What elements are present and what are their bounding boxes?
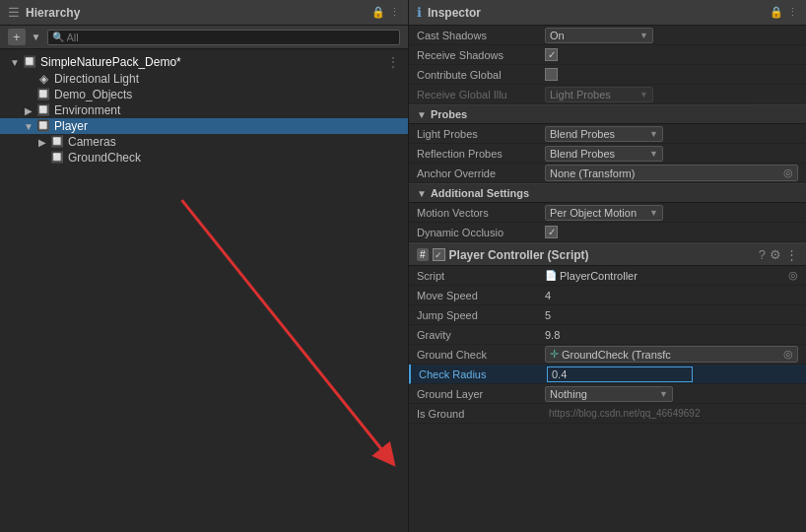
inspector-lock-icon[interactable]: 🔒	[770, 6, 783, 19]
hierarchy-lock-icon[interactable]: 🔒	[371, 6, 385, 19]
prop-is-ground: Is Ground https://blog.csdn.net/qq_46649…	[409, 404, 806, 424]
script-ref: 📄 PlayerController	[545, 270, 784, 282]
component-menu-icon[interactable]: ⋮	[785, 247, 798, 262]
tree-label-demo-objects: Demo_Objects	[54, 88, 132, 101]
cast-shadows-dropdown[interactable]: On ▼	[545, 28, 653, 43]
script-label: Script	[417, 270, 545, 282]
cast-shadows-value: On ▼	[545, 28, 798, 43]
cast-shadows-arrow-icon: ▼	[639, 31, 648, 40]
prop-ground-layer: Ground Layer Nothing ▼	[409, 384, 806, 404]
tree-arrow-cameras: ▶	[35, 137, 49, 148]
hierarchy-panel: ☰ Hierarchy 🔒 ⋮ + ▼ 🔍 ▼ 🔲 SimpleNaturePa…	[0, 0, 409, 532]
dropdown-arrow-btn[interactable]: ▼	[32, 32, 41, 42]
receive-shadows-label: Receive Shadows	[417, 49, 545, 61]
ground-check-label: Ground Check	[417, 349, 545, 361]
anchor-override-dot-icon: ◎	[783, 166, 793, 179]
prop-contribute-global: Contribute Global	[409, 65, 806, 85]
prop-dynamic-occlusion: Dynamic Occlusio ✓	[409, 223, 806, 242]
additional-settings-title: Additional Settings	[431, 187, 529, 199]
tree-label-player: Player	[54, 119, 88, 133]
dynamic-occlusion-checkbox[interactable]: ✓	[545, 226, 558, 238]
tree-item-groundcheck[interactable]: 🔲 GroundCheck	[0, 150, 408, 166]
prop-check-radius: Check Radius	[409, 365, 806, 384]
tree-label-simplenaturepack: SimpleNaturePack_Demo*	[40, 55, 181, 69]
gameobject-icon-cameras: 🔲	[49, 135, 65, 149]
gameobject-icon-player: 🔲	[35, 119, 51, 133]
prop-light-probes: Light Probes Blend Probes ▼	[409, 124, 806, 144]
prop-receive-shadows: Receive Shadows ✓	[409, 45, 806, 65]
prop-anchor-override: Anchor Override None (Transform) ◎	[409, 164, 806, 183]
motion-vectors-arrow-icon: ▼	[649, 208, 658, 218]
gameobject-icon-env: 🔲	[35, 103, 51, 117]
ground-layer-dropdown[interactable]: Nothing ▼	[545, 386, 673, 402]
tree-item-player[interactable]: ▼ 🔲 Player	[0, 118, 408, 134]
tree-arrow-env: ▶	[22, 105, 35, 116]
tree-item-environment[interactable]: ▶ 🔲 Environment	[0, 102, 408, 118]
component-help-icon[interactable]: ?	[759, 247, 766, 262]
move-speed-label: Move Speed	[417, 290, 545, 301]
tree-arrow-player: ▼	[22, 121, 35, 132]
prop-script: Script 📄 PlayerController ◎	[409, 266, 806, 286]
add-button[interactable]: +	[8, 29, 26, 45]
contribute-global-label: Contribute Global	[417, 69, 545, 81]
receive-global-arrow-icon: ▼	[639, 90, 648, 100]
tree-label-directional-light: Directional Light	[54, 72, 139, 86]
additional-settings-header[interactable]: ▼ Additional Settings	[409, 183, 806, 203]
hierarchy-menu-icon[interactable]: ☰	[8, 5, 20, 20]
anchor-override-ref[interactable]: None (Transform) ◎	[545, 165, 798, 181]
prop-ground-check: Ground Check ✛ GroundCheck (Transfc ◎	[409, 345, 806, 365]
receive-global-label: Receive Global Illu	[417, 89, 545, 100]
inspector-info-icon: ℹ	[417, 5, 422, 20]
gravity-label: Gravity	[417, 329, 545, 341]
script-hash-icon: #	[417, 248, 429, 261]
ground-layer-label: Ground Layer	[417, 388, 545, 400]
reflection-probes-dropdown[interactable]: Blend Probes ▼	[545, 146, 663, 162]
move-speed-value: 4	[545, 290, 551, 301]
component-settings-icon[interactable]: ⚙	[770, 247, 781, 262]
tree-item-menu-simplenaturepack[interactable]: ⋮	[386, 54, 400, 70]
light-probes-dropdown[interactable]: Blend Probes ▼	[545, 126, 663, 142]
jump-speed-label: Jump Speed	[417, 309, 545, 321]
contribute-global-checkbox[interactable]	[545, 68, 558, 81]
search-container: 🔍	[47, 30, 401, 45]
motion-vectors-label: Motion Vectors	[417, 207, 545, 219]
ground-layer-arrow-icon: ▼	[659, 389, 668, 399]
component-enable-checkbox[interactable]: ✓	[433, 248, 445, 261]
receive-shadows-checkbox[interactable]: ✓	[545, 48, 558, 61]
ground-check-ref[interactable]: ✛ GroundCheck (Transfc ◎	[545, 346, 798, 363]
tree-item-directional-light[interactable]: ◈ Directional Light	[0, 71, 408, 87]
hierarchy-title: Hierarchy	[26, 6, 80, 20]
probes-section-header[interactable]: ▼ Probes	[409, 104, 806, 124]
tree-item-demo-objects[interactable]: 🔲 Demo_Objects	[0, 87, 408, 102]
prop-jump-speed: Jump Speed 5	[409, 305, 806, 325]
reflection-probes-label: Reflection Probes	[417, 148, 545, 160]
cast-shadows-label: Cast Shadows	[417, 30, 545, 41]
tree-label-cameras: Cameras	[68, 135, 116, 149]
check-radius-input[interactable]	[547, 366, 693, 382]
prop-cast-shadows: Cast Shadows On ▼	[409, 26, 806, 45]
prop-move-speed: Move Speed 4	[409, 286, 806, 305]
component-title: Player Controller (Script)	[449, 248, 755, 262]
gameobject-icon-groundcheck: 🔲	[49, 151, 65, 165]
script-file-icon: 📄	[545, 270, 557, 281]
ground-check-icon: ✛	[550, 348, 559, 361]
component-player-controller: # ✓ Player Controller (Script) ? ⚙ ⋮	[409, 242, 806, 266]
hierarchy-tree: ▼ 🔲 SimpleNaturePack_Demo* ⋮ ◈ Direction…	[0, 49, 408, 532]
hierarchy-more-icon[interactable]: ⋮	[389, 6, 400, 19]
tree-item-cameras[interactable]: ▶ 🔲 Cameras	[0, 134, 408, 150]
anchor-override-label: Anchor Override	[417, 167, 545, 179]
script-ref-dot-icon[interactable]: ◎	[788, 269, 798, 282]
watermark-text: https://blog.csdn.net/qq_46649692	[545, 408, 700, 419]
check-radius-label: Check Radius	[419, 368, 547, 380]
ground-check-dot-icon: ◎	[783, 348, 793, 361]
dynamic-occlusion-label: Dynamic Occlusio	[417, 227, 545, 238]
prop-reflection-probes: Reflection Probes Blend Probes ▼	[409, 144, 806, 164]
tree-item-simplenaturepack[interactable]: ▼ 🔲 SimpleNaturePack_Demo* ⋮	[0, 53, 408, 71]
tree-label-groundcheck: GroundCheck	[68, 151, 141, 165]
inspector-more-icon[interactable]: ⋮	[787, 6, 798, 19]
motion-vectors-dropdown[interactable]: Per Object Motion ▼	[545, 205, 663, 221]
prop-motion-vectors: Motion Vectors Per Object Motion ▼	[409, 203, 806, 223]
search-input[interactable]	[67, 32, 396, 43]
prop-receive-global: Receive Global Illu Light Probes ▼	[409, 85, 806, 104]
light-icon: ◈	[35, 72, 51, 86]
